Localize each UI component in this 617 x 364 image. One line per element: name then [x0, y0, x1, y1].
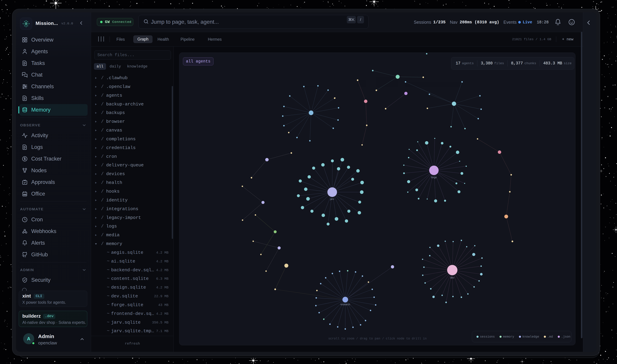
svg-text:jarv: jarv	[330, 198, 334, 200]
svg-text:research: research	[341, 303, 350, 306]
svg-text:dev: dev	[450, 276, 454, 279]
svg-text:forge: forge	[431, 176, 437, 179]
